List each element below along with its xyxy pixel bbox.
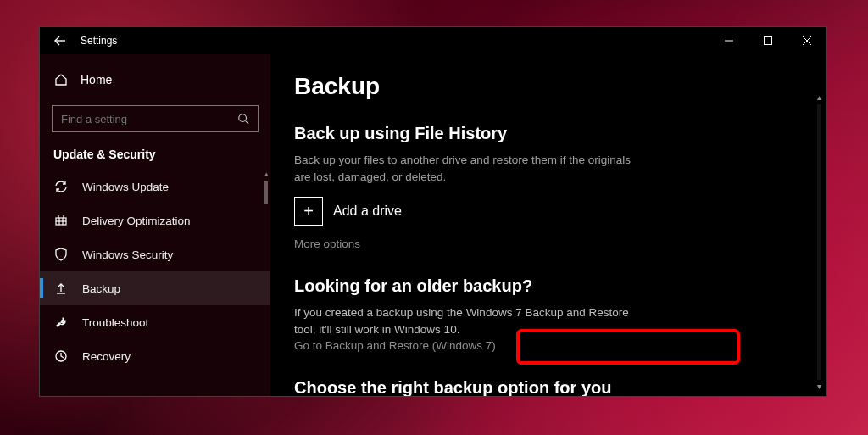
recovery-icon — [53, 349, 69, 364]
svg-line-6 — [246, 121, 249, 125]
close-button[interactable] — [787, 27, 826, 54]
nav-troubleshoot[interactable]: Troubleshoot — [40, 305, 270, 339]
svg-point-5 — [239, 114, 247, 122]
maximize-button[interactable] — [748, 27, 787, 54]
content-pane: Backup Back up using File History Back u… — [270, 54, 826, 396]
nav-item-label: Windows Security — [82, 248, 173, 261]
titlebar: Settings — [40, 27, 826, 54]
sidebar: Home Update & Security ▴ — [40, 54, 270, 396]
home-icon — [53, 72, 69, 87]
settings-window: Settings Home — [39, 26, 827, 397]
choose-option-section: Choose the right backup option for you — [294, 378, 803, 396]
older-backup-section: Looking for an older backup? If you crea… — [294, 276, 803, 353]
file-history-desc: Back up your files to another drive and … — [294, 152, 650, 185]
scroll-up-icon: ▴ — [817, 93, 821, 102]
nav-item-label: Backup — [82, 282, 120, 295]
troubleshoot-icon — [53, 315, 69, 330]
nav-home-label: Home — [81, 73, 112, 86]
add-drive-label: Add a drive — [333, 204, 402, 219]
search-input[interactable] — [61, 113, 237, 125]
nav-item-label: Delivery Optimization — [82, 215, 191, 227]
search-box[interactable] — [52, 105, 259, 132]
nav-backup[interactable]: Backup — [40, 271, 270, 305]
file-history-section: Back up using File History Back up your … — [294, 124, 803, 251]
older-backup-heading: Looking for an older backup? — [294, 276, 803, 296]
backup-restore-win7-link[interactable]: Go to Backup and Restore (Windows 7) — [294, 339, 496, 352]
nav-windows-update[interactable]: Windows Update — [40, 170, 270, 204]
scroll-down-icon: ▾ — [817, 382, 821, 391]
nav-item-label: Recovery — [82, 350, 131, 363]
svg-rect-2 — [765, 37, 772, 45]
nav-item-label: Troubleshoot — [82, 316, 148, 329]
search-icon — [237, 113, 249, 125]
backup-icon — [53, 281, 69, 296]
add-drive-button[interactable]: + Add a drive — [294, 197, 803, 226]
minimize-button[interactable] — [709, 27, 748, 54]
sync-icon — [53, 179, 69, 194]
content-scrollbar[interactable]: ▴ ▾ — [813, 93, 825, 391]
window-title: Settings — [81, 35, 117, 47]
nav-home[interactable]: Home — [40, 64, 270, 95]
delivery-icon — [53, 213, 69, 228]
nav-delivery-optimization[interactable]: Delivery Optimization — [40, 204, 270, 237]
nav-list: ▴ Windows Update — [40, 170, 270, 396]
file-history-heading: Back up using File History — [294, 124, 803, 143]
nav-recovery[interactable]: Recovery — [40, 339, 270, 373]
choose-option-heading: Choose the right backup option for you — [294, 378, 803, 396]
plus-icon: + — [294, 197, 323, 226]
more-options-link[interactable]: More options — [294, 237, 360, 250]
page-title: Backup — [294, 73, 803, 100]
nav-item-label: Windows Update — [82, 181, 169, 193]
shield-icon — [53, 247, 69, 262]
sidebar-section-header: Update & Security — [40, 132, 270, 170]
back-button[interactable] — [40, 27, 81, 54]
nav-windows-security[interactable]: Windows Security — [40, 237, 270, 271]
older-backup-desc: If you created a backup using the Window… — [294, 304, 650, 337]
